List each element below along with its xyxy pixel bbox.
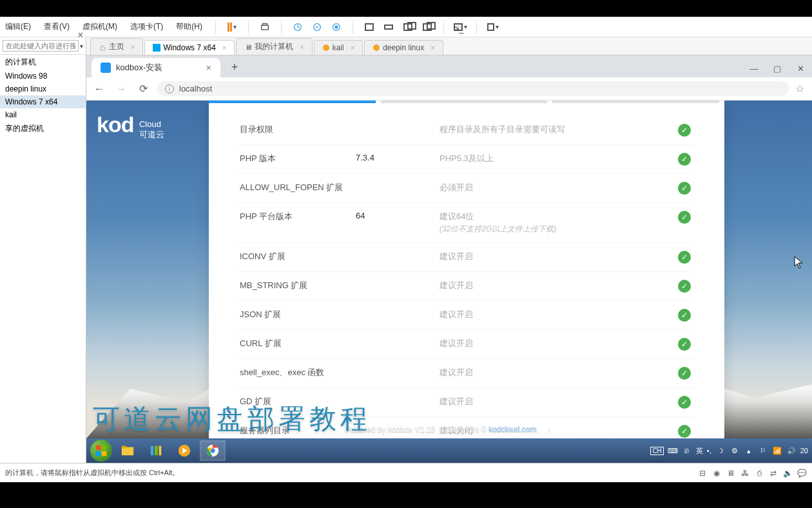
vm-item-win98[interactable]: Windows 98 — [0, 70, 86, 83]
network-icon[interactable]: 📶 — [772, 445, 782, 456]
vm-tab-win7[interactable]: Windows 7 x64× — [144, 40, 235, 55]
maximize-button[interactable]: ▢ — [766, 59, 789, 77]
snapshot-manage-icon[interactable] — [311, 21, 323, 33]
menu-help[interactable]: 帮助(H) — [173, 20, 205, 34]
url-input[interactable]: i localhost — [157, 81, 789, 96]
sidebar-close-icon[interactable]: × — [78, 30, 83, 40]
close-icon[interactable]: × — [351, 44, 354, 52]
vm-tab-deepin[interactable]: deepin linux× — [364, 40, 443, 55]
clock-time[interactable]: 20 — [800, 447, 808, 454]
disk-icon[interactable]: ⊟ — [697, 469, 708, 478]
vm-item-deepin[interactable]: deepin linux — [0, 83, 86, 95]
speaker-icon[interactable]: 🔊 — [786, 445, 797, 456]
separator — [476, 21, 477, 34]
check-ok-icon: ✓ — [678, 182, 691, 195]
check-desc: 建议开启 — [440, 396, 675, 407]
stretch-icon[interactable]: ▾ — [487, 21, 499, 33]
snapshot-revert-icon[interactable] — [331, 21, 342, 33]
close-icon[interactable]: × — [206, 63, 211, 73]
vm-item-mycomputer[interactable]: 的计算机 — [0, 55, 86, 70]
keyboard-icon[interactable]: ⎚ — [682, 445, 692, 456]
kodcloud-link[interactable]: kodcloud.com — [488, 425, 536, 434]
vm-item-shared[interactable]: 享的虚拟机 — [0, 121, 86, 136]
check-name: PHP 平台版本 — [240, 211, 356, 222]
search-input[interactable] — [3, 40, 79, 52]
sidebar-search: × ▾ — [0, 37, 86, 55]
vmware-toolbar: 编辑(E) 查看(V) 虚拟机(M) 选项卡(T) 帮助(H) ▾ >_▾ ▾ — [0, 17, 812, 37]
separator — [215, 21, 216, 34]
menu-edit[interactable]: 编辑(E) — [3, 20, 34, 34]
host-status-bar: 的计算机，请将鼠标指针从虚拟机中移出或按 Ctrl+Alt。 ⊟ ◉ 🖥 🖧 ⎙… — [0, 463, 812, 482]
check-ok-icon: ✓ — [678, 153, 691, 166]
moon-icon[interactable]: ☽ — [715, 445, 726, 456]
check-ok-icon: ✓ — [678, 280, 691, 293]
info-icon[interactable]: i — [545, 425, 554, 435]
check-name: 目录权限 — [240, 124, 356, 135]
check-desc: 程序目录及所有子目录需要可读写 — [440, 124, 675, 135]
pause-icon[interactable]: ▾ — [226, 21, 238, 33]
start-button[interactable] — [90, 440, 112, 462]
view-unity-icon[interactable] — [421, 21, 433, 33]
check-ok-icon: ✓ — [678, 251, 691, 264]
svg-rect-9 — [102, 451, 107, 456]
taskbar-library[interactable] — [143, 440, 169, 461]
vm-item-kail[interactable]: kail — [0, 108, 86, 121]
forward-button[interactable]: → — [113, 81, 129, 97]
ime-icon[interactable]: ⌨ — [668, 445, 678, 456]
send-ctrl-alt-del-icon[interactable] — [259, 21, 271, 33]
network-icon[interactable]: 🖧 — [740, 469, 750, 478]
check-ok-icon: ✓ — [678, 367, 691, 380]
taskbar-chrome[interactable] — [200, 440, 226, 461]
chrome-tab-kodbox[interactable]: kodbox-安装 × — [92, 58, 220, 77]
kodbox-page: kod Cloud可道云 目录权限程序目录及所有子目录需要可读写✓PHP 版本7… — [86, 101, 812, 438]
minimize-button[interactable]: — — [742, 59, 766, 77]
taskbar-mediaplayer[interactable] — [171, 440, 197, 461]
back-button[interactable]: ← — [92, 81, 107, 97]
sound-icon[interactable]: 🔉 — [782, 469, 793, 478]
menu-vm[interactable]: 虚拟机(M) — [80, 20, 120, 34]
vm-tab-mycomputer[interactable]: 我的计算机× — [236, 38, 312, 55]
menu-view[interactable]: 查看(V) — [41, 20, 72, 34]
view-console-icon[interactable] — [383, 21, 394, 33]
close-icon[interactable]: × — [131, 43, 135, 51]
kod-footer: Powered by kodbox V1.15 | Copyright © ko… — [345, 425, 554, 435]
close-icon[interactable]: × — [222, 44, 226, 52]
vm-tab-home[interactable]: 主页× — [90, 38, 143, 55]
vm-tab-kail[interactable]: kail× — [314, 40, 363, 55]
snapshot-icon[interactable] — [292, 21, 304, 33]
message-icon[interactable]: 💬 — [797, 469, 807, 478]
close-icon[interactable]: × — [300, 43, 304, 51]
new-tab-button[interactable]: + — [226, 58, 244, 76]
close-window-button[interactable]: ✕ — [789, 59, 812, 77]
check-row: 目录权限程序目录及所有子目录需要可读写✓ — [240, 116, 693, 145]
menu-tabs[interactable]: 选项卡(T) — [128, 20, 166, 34]
separator — [281, 21, 282, 34]
ime-lang[interactable]: 英 — [696, 446, 703, 456]
usb-icon[interactable]: ⇄ — [768, 469, 778, 478]
chevron-up-icon[interactable]: ▴ — [744, 445, 754, 456]
view-multi-icon[interactable] — [402, 21, 414, 33]
letterbox-top — [0, 0, 812, 17]
ime-indicator[interactable]: CH — [650, 447, 663, 455]
printer-icon[interactable]: ⎙ — [754, 469, 764, 478]
search-dropdown-icon[interactable]: ▾ — [80, 43, 83, 50]
flag-icon[interactable]: ⚐ — [758, 445, 768, 456]
window-controls: — ▢ ✕ — [742, 59, 812, 77]
check-row: MB_STRING 扩展建议开启✓ — [240, 272, 693, 301]
monitor-icon[interactable]: 🖥 — [726, 469, 736, 478]
close-icon[interactable]: × — [430, 44, 434, 52]
taskbar-explorer[interactable] — [115, 440, 140, 461]
vm-item-win7x64[interactable]: Windows 7 x64 — [0, 95, 86, 108]
reload-button[interactable]: ⟳ — [135, 81, 151, 97]
view-single-icon[interactable] — [363, 21, 375, 33]
svg-rect-12 — [151, 446, 154, 456]
settings-icon[interactable]: ⚙ — [730, 445, 740, 456]
check-desc: 建议开启 — [440, 309, 675, 320]
site-info-icon[interactable]: i — [165, 84, 174, 93]
check-name: CURL 扩展 — [240, 338, 356, 349]
enter-fullscreen-icon[interactable]: >_▾ — [454, 21, 466, 33]
svg-rect-14 — [159, 446, 162, 456]
kodcloud-logo: kod Cloud可道云 — [97, 112, 164, 139]
cd-icon[interactable]: ◉ — [711, 469, 722, 478]
bookmark-icon[interactable]: ☆ — [795, 83, 804, 95]
